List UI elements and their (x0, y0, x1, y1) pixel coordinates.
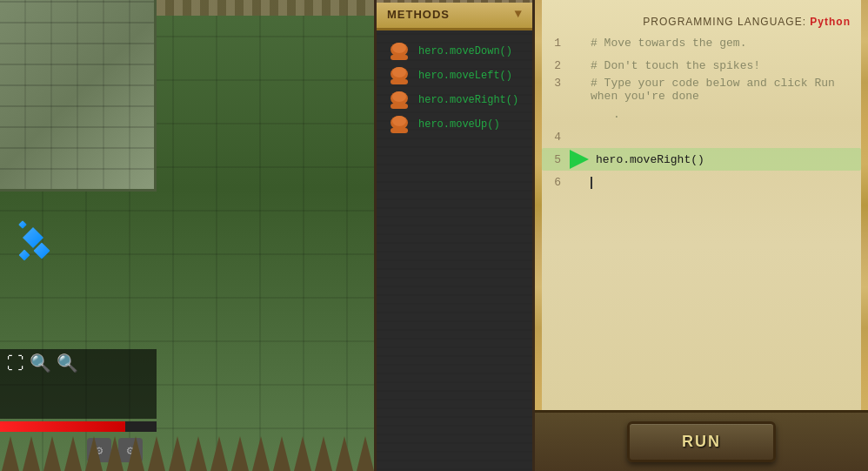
svg-point-4 (392, 67, 406, 77)
expand-icon[interactable]: ⛶ (7, 353, 24, 374)
spike (169, 436, 186, 471)
chain-decoration (157, 0, 374, 16)
svg-point-7 (392, 91, 406, 102)
spike (315, 436, 332, 471)
svg-rect-5 (391, 79, 408, 84)
code-panel: PROGRAMMING LANGUAGE: Python 1 # Move to… (535, 0, 868, 471)
spike (64, 436, 82, 471)
methods-title: METHODS (387, 8, 450, 21)
line-number-6: 6 (542, 176, 568, 189)
method-item-movedown[interactable]: hero.moveDown() (384, 41, 525, 62)
run-button[interactable]: RUN (627, 421, 776, 462)
code-line-3: 3 # Type your code below and click Run w… (542, 77, 861, 103)
method-item-moveright[interactable]: hero.moveRight() (384, 90, 525, 111)
text-cursor (591, 177, 592, 189)
method-icon-moveright (387, 91, 411, 109)
methods-header: METHODS ▼ (377, 0, 532, 30)
spike (43, 436, 61, 471)
run-button-area: RUN (535, 410, 868, 471)
method-name-movedown: hero.moveDown() (418, 45, 512, 57)
code-line-2: 2 # Don't touch the spikes! (542, 54, 861, 77)
spike (210, 436, 228, 471)
code-editor-wrapper[interactable]: PROGRAMMING LANGUAGE: Python 1 # Move to… (535, 0, 868, 410)
method-name-moveup: hero.moveUp() (418, 118, 500, 131)
code-line-5: 5 hero.moveRight() (542, 148, 861, 171)
line-content-2: # Don't touch the spikes! (587, 59, 861, 72)
code-line-4: 4 (542, 125, 861, 148)
spikes-area (0, 419, 374, 471)
method-item-moveup[interactable]: hero.moveUp() (384, 114, 525, 135)
method-name-moveleft: hero.moveLeft() (418, 70, 512, 82)
spike (273, 436, 290, 471)
spike (190, 436, 207, 471)
spike (294, 436, 311, 471)
svg-rect-11 (391, 128, 408, 133)
line-content-6 (587, 176, 861, 189)
method-icon-moveup (387, 116, 411, 133)
code-line-1: 1 # Move towards the gem. (542, 31, 861, 54)
control-row-1: ⛶ 🔍 🔍 (0, 349, 157, 378)
spike (252, 436, 270, 471)
code-line-6: 6 (542, 171, 861, 193)
method-icon-movedown (387, 43, 411, 60)
svg-rect-8 (391, 104, 408, 109)
game-controls: ⛶ 🔍 🔍 (0, 349, 157, 419)
spike (127, 436, 144, 471)
game-area: ⛶ 🔍 🔍 ⚙ ⚙ (0, 0, 374, 471)
lang-header: PROGRAMMING LANGUAGE: Python (535, 9, 868, 31)
svg-point-1 (392, 43, 406, 53)
line-number-1: 1 (542, 37, 568, 50)
methods-panel: METHODS ▼ hero.moveDown() hero.mo (374, 0, 535, 471)
svg-point-10 (392, 116, 406, 126)
svg-rect-2 (391, 55, 408, 60)
spike (23, 436, 40, 471)
line-content-3-cont: . (587, 108, 861, 121)
spike (106, 436, 124, 471)
stone-wall (0, 0, 157, 192)
lang-python: Python (810, 16, 851, 28)
code-lines[interactable]: 1 # Move towards the gem. 2 # Don't touc… (535, 31, 868, 193)
code-line-3-cont: 3 . (542, 103, 861, 125)
methods-arrow: ▼ (515, 7, 522, 21)
spike (85, 436, 103, 471)
method-icon-moveleft (387, 67, 411, 84)
spike (148, 436, 165, 471)
zoom-out-icon[interactable]: 🔍 (57, 353, 78, 374)
line-content-3: # Type your code below and click Run whe… (587, 77, 861, 103)
method-name-moveright: hero.moveRight() (418, 94, 518, 106)
line-number-4: 4 (542, 131, 568, 144)
spike (231, 436, 249, 471)
line-number-3: 3 (542, 77, 568, 90)
line-content-5: hero.moveRight() (592, 153, 861, 166)
line-number-5: 5 (542, 153, 568, 166)
spike (357, 436, 374, 471)
lang-label: PROGRAMMING LANGUAGE: (643, 16, 806, 28)
method-list: hero.moveDown() hero.moveLeft() hero.m (377, 30, 532, 145)
parchment-background: PROGRAMMING LANGUAGE: Python 1 # Move to… (535, 0, 868, 410)
spike (336, 436, 353, 471)
method-item-moveleft[interactable]: hero.moveLeft() (384, 65, 525, 86)
spike (2, 436, 19, 471)
line-number-2: 2 (542, 59, 568, 72)
line-content-1: # Move towards the gem. (587, 37, 861, 50)
zoom-in-icon[interactable]: 🔍 (30, 353, 51, 374)
run-indicator-icon (570, 150, 589, 169)
